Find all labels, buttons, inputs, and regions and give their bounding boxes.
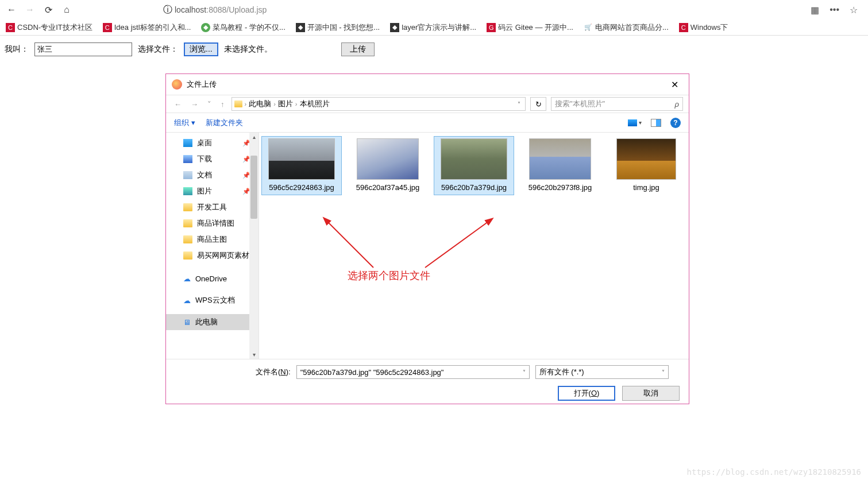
sidebar-label: 文档 — [197, 170, 212, 180]
chevron-down-icon[interactable]: ˅ — [662, 369, 665, 376]
file-name: 596c5c2924863.jpg — [264, 183, 340, 193]
sidebar-item-wps[interactable]: ☁WPS云文档 — [166, 292, 259, 308]
scroll-up-icon[interactable]: ▴ — [251, 134, 257, 140]
bookmark-star-icon[interactable]: ☆ — [850, 5, 858, 16]
bookmark-label: CSDN-专业IT技术社区 — [17, 22, 92, 33]
cancel-button[interactable]: 取消 — [622, 386, 680, 401]
file-name: timg.jpg — [608, 183, 684, 193]
sidebar-item-onedrive[interactable]: ☁OneDrive — [166, 270, 259, 287]
bookmark-icon: ◆ — [201, 23, 210, 32]
toolbar-right: ▦ ••• ☆ — [811, 5, 863, 16]
sidebar-label: 商品主图 — [197, 234, 227, 245]
sidebar-item[interactable]: 图片📌 — [166, 183, 259, 199]
upload-button[interactable]: 上传 — [341, 42, 375, 56]
file-name: 596c20af37a45.jpg — [350, 183, 426, 193]
file-item[interactable]: 596c20af37a45.jpg — [348, 136, 428, 195]
firefox-icon — [172, 79, 182, 90]
sidebar-label: 易买网网页素材 — [197, 250, 249, 261]
bookmark-icon: ◆ — [296, 23, 305, 32]
bookmark-label: Windows下 — [690, 22, 728, 33]
back-button[interactable]: ← — [5, 3, 18, 17]
bookmark-label: Idea jstl标签的引入和... — [114, 22, 191, 33]
file-item[interactable]: 596c20b2973f8.jpg — [520, 136, 600, 195]
chevron-down-icon[interactable]: ˅ — [518, 101, 520, 107]
file-name: 596c20b7a379d.jpg — [436, 183, 512, 193]
bookmark-label: 电商网站首页商品分... — [595, 22, 669, 33]
dialog-toolbar: 组织 ▾ 新建文件夹 ▾ ? — [166, 113, 689, 133]
preview-pane-icon[interactable] — [651, 119, 661, 127]
sidebar-item[interactable]: 商品详情图 — [166, 215, 259, 231]
crumb-camera[interactable]: 本机照片 — [300, 99, 330, 109]
dialog-body: 桌面📌下载📌文档📌图片📌开发工具商品详情图商品主图易买网网页素材 ☁OneDri… — [166, 133, 689, 359]
annotation-text: 选择两个图片文件 — [348, 269, 430, 282]
sidebar-item[interactable]: 桌面📌 — [166, 135, 259, 151]
reload-button[interactable]: ⟳ — [41, 3, 55, 17]
chevron-down-icon[interactable]: ˅ — [523, 369, 526, 376]
nav-recent-icon[interactable]: ˅ — [205, 100, 214, 109]
file-item[interactable]: timg.jpg — [606, 136, 686, 195]
crumb-root[interactable]: 此电脑 — [249, 99, 271, 109]
bookmark-item[interactable]: G码云 Gitee — 开源中... — [487, 22, 573, 33]
sidebar-item-thispc[interactable]: 🖥此电脑 — [166, 314, 259, 330]
bookmark-item[interactable]: CWindows下 — [679, 22, 728, 33]
scrollbar-thumb[interactable] — [250, 156, 257, 219]
chevron-right-icon: › — [295, 100, 298, 107]
bookmark-item[interactable]: ◆开源中国 - 找到您想... — [296, 22, 380, 33]
qr-icon[interactable]: ▦ — [811, 5, 819, 16]
home-button[interactable]: ⌂ — [60, 3, 74, 17]
bookmark-label: layer官方演示与讲解... — [402, 22, 476, 33]
new-folder-button[interactable]: 新建文件夹 — [206, 118, 243, 128]
name-input[interactable] — [34, 42, 132, 56]
crumb-pictures[interactable]: 图片 — [278, 99, 293, 109]
breadcrumb[interactable]: › 此电脑 › 图片 › 本机照片 ˅ — [232, 97, 526, 111]
search-icon: ρ — [675, 100, 679, 109]
sidebar-label: 图片 — [197, 186, 212, 196]
onedrive-icon: ☁ — [183, 274, 191, 283]
view-mode-icon[interactable]: ▾ — [628, 119, 642, 126]
bookmark-icon: G — [487, 23, 496, 32]
sidebar-item[interactable]: 商品主图 — [166, 231, 259, 247]
file-item[interactable]: 596c20b7a379d.jpg — [434, 136, 514, 195]
sidebar-item[interactable]: 下载📌 — [166, 151, 259, 167]
file-item[interactable]: 596c5c2924863.jpg — [261, 136, 342, 195]
nav-back-icon[interactable]: ← — [172, 100, 184, 109]
sidebar-scrollbar[interactable]: ▴ ▾ — [249, 133, 259, 359]
file-thumbnail — [441, 138, 507, 180]
folder-icon — [183, 171, 192, 179]
sidebar-label: 桌面 — [197, 138, 212, 148]
pc-icon: 🖥 — [183, 318, 191, 327]
bookmark-item[interactable]: CCSDN-专业IT技术社区 — [6, 22, 92, 33]
help-icon[interactable]: ? — [670, 118, 681, 128]
menu-icon[interactable]: ••• — [830, 5, 839, 15]
search-input[interactable]: 搜索"本机照片" ρ — [551, 97, 683, 111]
scroll-down-icon[interactable]: ▾ — [251, 351, 257, 358]
folder-icon — [183, 187, 192, 195]
filename-input[interactable]: "596c20b7a379d.jpg" "596c5c2924863.jpg"˅ — [296, 365, 530, 379]
filename-label: 文件名(N): — [256, 367, 291, 377]
bookmark-item[interactable]: 🛒电商网站首页商品分... — [584, 22, 669, 33]
sidebar-item[interactable]: 易买网网页素材 — [166, 247, 259, 264]
folder-icon — [183, 139, 192, 147]
bookmark-icon: C — [679, 23, 688, 32]
forward-button[interactable]: → — [23, 3, 37, 17]
bookmark-item[interactable]: CIdea jstl标签的引入和... — [103, 22, 191, 33]
close-icon[interactable]: ✕ — [666, 77, 683, 92]
filetype-select[interactable]: 所有文件 (*.*)˅ — [535, 365, 669, 379]
nav-forward-icon[interactable]: → — [188, 100, 200, 109]
info-icon: ⓘ — [163, 4, 172, 16]
bookmark-icon: C — [6, 23, 15, 32]
folder-icon — [183, 251, 192, 260]
open-button[interactable]: 打开(O) — [558, 386, 615, 401]
folder-icon — [234, 100, 242, 107]
browse-button[interactable]: 浏览... — [184, 42, 218, 56]
bookmarks-bar: CCSDN-专业IT技术社区CIdea jstl标签的引入和...◆菜鸟教程 -… — [0, 20, 868, 36]
nav-up-icon[interactable]: ↑ — [218, 100, 227, 109]
bookmark-item[interactable]: ◆layer官方演示与讲解... — [390, 22, 476, 33]
url-bar[interactable]: ⓘ localhost:8088/Upload.jsp — [159, 2, 806, 17]
sidebar-item[interactable]: 文档📌 — [166, 167, 259, 183]
sidebar-item[interactable]: 开发工具 — [166, 199, 259, 215]
cloud-icon: ☁ — [183, 296, 191, 305]
refresh-icon[interactable]: ↻ — [530, 97, 546, 111]
organize-menu[interactable]: 组织 ▾ — [174, 118, 195, 128]
bookmark-item[interactable]: ◆菜鸟教程 - 学的不仅... — [201, 22, 285, 33]
